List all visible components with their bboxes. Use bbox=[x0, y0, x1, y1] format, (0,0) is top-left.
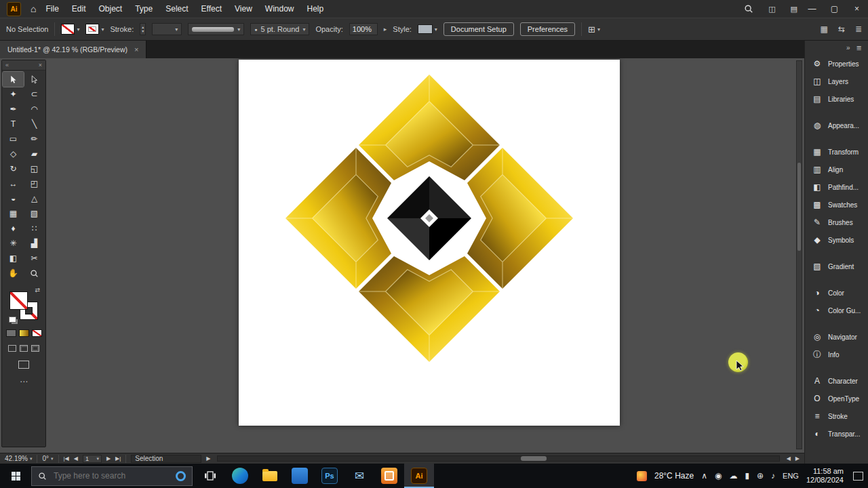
network-icon[interactable]: ⊕ bbox=[757, 471, 764, 481]
status-expand-icon[interactable]: ▶ bbox=[206, 455, 210, 462]
panel-menu-icon[interactable]: ≣ bbox=[855, 24, 862, 34]
hidden-icons-chevron[interactable]: ∧ bbox=[701, 471, 707, 481]
panel-tab-appearance[interactable]: ◍Appeara... bbox=[805, 117, 868, 134]
orange-app[interactable] bbox=[374, 464, 404, 488]
style-dropdown[interactable]: ▾ bbox=[418, 24, 437, 34]
panel-tab-color[interactable]: ◑Color bbox=[805, 284, 868, 302]
panel-tab-opentype[interactable]: OOpenType bbox=[805, 390, 868, 407]
scroll-left-icon[interactable]: ◀ bbox=[787, 455, 791, 462]
panel-close-icon[interactable]: × bbox=[39, 62, 42, 68]
meet-now-icon[interactable]: ◉ bbox=[715, 471, 722, 481]
gradient-button[interactable] bbox=[19, 329, 29, 337]
zoom-level-dropdown[interactable]: 42.19% ▾ bbox=[5, 455, 32, 462]
swap-fill-stroke-icon[interactable]: ⇄ bbox=[35, 287, 40, 293]
type-tool[interactable]: T bbox=[3, 117, 24, 131]
menu-edit[interactable]: Edit bbox=[72, 4, 86, 14]
illustrator-app[interactable]: Ai bbox=[404, 464, 434, 488]
previous-artboard-icon[interactable]: ◀ bbox=[74, 455, 78, 462]
menu-help[interactable]: Help bbox=[307, 4, 324, 14]
panel-tab-swatches[interactable]: ▩Swatches bbox=[805, 196, 868, 214]
menu-file[interactable]: File bbox=[45, 4, 58, 14]
document-tab[interactable]: Untitled-1* @ 42.19 % (RGB/Preview) × bbox=[0, 41, 146, 58]
rotation-dropdown[interactable]: 0° ▾ bbox=[42, 455, 53, 462]
width-tool[interactable]: ↔ bbox=[3, 176, 24, 191]
artboard-tool[interactable]: ◧ bbox=[3, 251, 24, 266]
start-button[interactable] bbox=[0, 464, 31, 488]
panel-tab-navigator[interactable]: ◎Navigator bbox=[805, 328, 868, 346]
fill-indicator-swatch[interactable] bbox=[9, 291, 28, 310]
selection-tool[interactable] bbox=[3, 72, 24, 87]
rectangle-tool[interactable]: ▭ bbox=[3, 131, 24, 146]
blend-tool[interactable]: ∷ bbox=[24, 221, 45, 236]
document-setup-button[interactable]: Document Setup bbox=[443, 22, 514, 36]
panel-tab-libraries[interactable]: ▤Libraries bbox=[805, 90, 868, 108]
tab-close-icon[interactable]: × bbox=[134, 45, 138, 54]
slice-tool[interactable]: ✂ bbox=[24, 251, 45, 266]
workspace-switcher-icon[interactable]: ▤ bbox=[791, 5, 797, 14]
stroke-weight-dropdown[interactable]: ▾ bbox=[152, 23, 182, 35]
first-artboard-icon[interactable]: |◀ bbox=[64, 455, 69, 462]
scroll-right-icon[interactable]: ▶ bbox=[795, 455, 800, 462]
eyedropper-tool[interactable]: ♦ bbox=[3, 221, 24, 236]
task-view-button[interactable] bbox=[195, 464, 225, 488]
arrange-icon[interactable]: ⇆ bbox=[838, 24, 845, 34]
arrange-documents-icon[interactable]: ◫ bbox=[768, 5, 775, 14]
panel-tab-info[interactable]: ⓘInfo bbox=[805, 346, 868, 363]
color-button[interactable] bbox=[6, 329, 16, 337]
zoom-tool[interactable] bbox=[24, 266, 45, 281]
search-icon[interactable] bbox=[744, 4, 753, 14]
close-button[interactable]: × bbox=[846, 0, 868, 18]
photoshop-app[interactable]: Ps bbox=[315, 464, 344, 488]
restore-button[interactable]: ▢ bbox=[823, 0, 846, 18]
free-transform-tool[interactable]: ◰ bbox=[24, 176, 45, 191]
taskbar-search[interactable] bbox=[31, 466, 193, 486]
chevron-right-icon[interactable]: ▸ bbox=[384, 26, 387, 33]
next-artboard-icon[interactable]: ▶ bbox=[106, 455, 111, 462]
file-explorer-app[interactable] bbox=[255, 464, 285, 488]
none-button[interactable] bbox=[32, 329, 42, 337]
direct-selection-tool[interactable] bbox=[24, 72, 45, 87]
panel-tab-properties[interactable]: ⚙Properties bbox=[805, 55, 868, 73]
menu-effect[interactable]: Effect bbox=[201, 4, 222, 14]
volume-icon[interactable]: ♪ bbox=[771, 471, 775, 481]
edge-app[interactable] bbox=[225, 464, 255, 488]
gradient-tool[interactable]: ▧ bbox=[24, 206, 45, 221]
weather-icon[interactable] bbox=[637, 471, 647, 481]
panel-tab-align[interactable]: ▥Align bbox=[805, 161, 868, 178]
opacity-input[interactable] bbox=[349, 23, 378, 35]
hand-tool[interactable]: ✋ bbox=[3, 266, 24, 281]
column-graph-tool[interactable]: ▟ bbox=[24, 236, 45, 251]
canvas-area[interactable] bbox=[0, 58, 804, 453]
expand-panels-icon[interactable]: » bbox=[846, 44, 850, 52]
last-artboard-icon[interactable]: ▶| bbox=[115, 455, 121, 462]
paintbrush-tool[interactable]: ✏ bbox=[24, 131, 45, 146]
panel-tab-pathfinder[interactable]: ◧Pathfind... bbox=[805, 178, 868, 196]
panel-tab-symbols[interactable]: ◆Symbols bbox=[805, 231, 868, 249]
blue-app[interactable] bbox=[285, 464, 315, 488]
scale-tool[interactable]: ◱ bbox=[24, 161, 45, 176]
default-fill-stroke-icon[interactable] bbox=[9, 317, 16, 323]
stroke-color-dropdown[interactable]: ▾ bbox=[85, 24, 104, 35]
language-indicator[interactable]: ENG bbox=[783, 472, 799, 480]
weather-text[interactable]: 28°C Haze bbox=[654, 471, 694, 481]
panel-tab-character[interactable]: ACharacter bbox=[805, 372, 868, 390]
pen-tool[interactable]: ✒ bbox=[3, 102, 24, 117]
action-center-icon[interactable] bbox=[853, 472, 863, 481]
shaper-tool[interactable]: ◇ bbox=[3, 146, 24, 161]
taskbar-clock[interactable]: 11:58 am 12/08/2024 bbox=[806, 467, 844, 485]
workspace-grid-icon[interactable]: ▦ bbox=[821, 24, 828, 34]
draw-inside-icon[interactable] bbox=[31, 345, 39, 352]
menu-select[interactable]: Select bbox=[165, 4, 188, 14]
mail-app[interactable]: ✉ bbox=[344, 464, 374, 488]
minimize-button[interactable]: — bbox=[801, 0, 823, 18]
fill-color-dropdown[interactable]: ▾ bbox=[61, 24, 79, 35]
align-options-dropdown[interactable]: ⊞ ▾ bbox=[588, 24, 600, 35]
brush-definition-dropdown[interactable]: ▾ bbox=[188, 23, 244, 35]
spinner-down-icon[interactable]: ▾ bbox=[142, 29, 144, 33]
stroke-weight-stepper[interactable]: ▴ ▾ bbox=[140, 23, 146, 35]
magic-wand-tool[interactable]: ✦ bbox=[3, 87, 24, 102]
draw-normal-icon[interactable] bbox=[8, 345, 16, 352]
vertical-scrollbar[interactable] bbox=[796, 60, 802, 449]
search-input[interactable] bbox=[52, 470, 170, 481]
vertical-scrollbar-thumb[interactable] bbox=[797, 163, 801, 251]
